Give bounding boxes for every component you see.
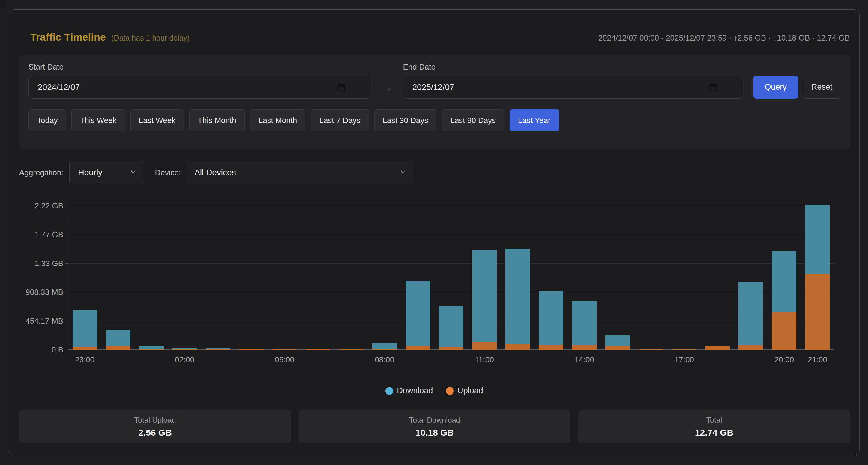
y-tick [65,235,68,235]
summary-card-label: Total [706,416,722,425]
bar-upload-16:00[interactable] [639,349,663,350]
date-range-arrow-box: → [371,76,403,99]
bar-upload-03:00[interactable] [206,349,230,350]
bar-download-13:00[interactable] [539,291,563,346]
bar-upload-09:00[interactable] [405,346,430,350]
quick-range-last-year[interactable]: Last Year [509,109,559,131]
quick-range-this-week[interactable]: This Week [71,109,125,131]
bar-upload-00:00[interactable] [106,346,130,350]
y-tick [65,264,68,264]
bar-upload-06:00[interactable] [306,349,330,350]
bar-upload-14:00[interactable] [572,345,596,350]
bar-upload-08:00[interactable] [372,349,397,350]
window-seam [0,0,7,9]
summary-card-value: 10.18 GB [415,428,454,438]
data-delay-note: (Data has 1 hour delay) [111,34,190,42]
quick-range-today[interactable]: Today [29,109,66,131]
summary-card-label: Total Upload [134,416,176,425]
chart-plot-area[interactable] [68,206,834,350]
bar-upload-20:00[interactable] [772,312,796,350]
x-axis-label-08:00: 08:00 [375,355,394,365]
bar-download-14:00[interactable] [572,301,596,345]
summary-card-total: Total12.74 GB [578,410,850,443]
y-tick [65,206,68,206]
bar-upload-13:00[interactable] [539,345,563,350]
bar-upload-17:00[interactable] [672,349,696,350]
gridline [68,264,834,264]
bar-upload-05:00[interactable] [272,349,297,350]
reset-button[interactable]: Reset [804,75,840,99]
legend-label: Upload [457,386,483,395]
device-select[interactable]: All Devices [186,161,413,184]
aggregation-select[interactable]: Hourly [69,161,143,184]
bar-upload-07:00[interactable] [339,349,364,350]
gridline [68,206,834,206]
legend-item-download[interactable]: Download [385,386,433,395]
filter-panel: Start Date 2024/12/07 [19,55,850,149]
bar-download-20:00[interactable] [772,251,796,312]
chevron-down-icon [130,168,136,175]
start-date-input[interactable]: 2024/12/07 [29,76,371,99]
bar-upload-02:00[interactable] [173,349,197,350]
bar-download-10:00[interactable] [439,306,463,347]
page-title: Traffic Timeline [30,31,106,43]
bar-download-06:00[interactable] [306,349,330,349]
traffic-timeline-page: Traffic Timeline (Data has 1 hour delay)… [0,0,868,465]
quick-range-last-month[interactable]: Last Month [250,109,306,131]
y-axis-label: 1.77 GB [15,230,63,239]
bar-download-07:00[interactable] [339,349,364,349]
y-tick [65,321,68,321]
card-header: Traffic Timeline (Data has 1 hour delay)… [30,31,850,43]
bar-download-11:00[interactable] [472,250,497,342]
gridline [68,235,834,235]
start-date-label: Start Date [29,62,371,72]
bar-upload-15:00[interactable] [605,346,630,350]
bar-download-00:00[interactable] [106,330,130,346]
query-button[interactable]: Query [753,75,798,99]
bar-download-09:00[interactable] [405,281,430,346]
bar-download-21:00[interactable] [805,206,830,274]
quick-range-this-month[interactable]: This Month [189,109,245,131]
bar-download-04:00[interactable] [239,349,264,349]
bar-upload-12:00[interactable] [505,344,530,350]
y-tick [65,292,68,292]
range-summary: 2024/12/07 00:00 - 2025/12/07 23:59 · ↑2… [598,33,850,42]
y-axis-label: 908.33 MB [15,288,63,297]
calendar-icon[interactable] [337,83,345,92]
device-label: Device: [155,168,181,177]
upload-legend-dot-icon [446,387,454,395]
bar-upload-10:00[interactable] [439,347,463,350]
aggregation-label: Aggregation: [19,168,63,177]
x-axis-label-21:00: 21:00 [808,355,827,365]
bar-download-01:00[interactable] [139,346,164,349]
bar-download-19:00[interactable] [738,282,763,345]
bar-upload-01:00[interactable] [139,349,164,350]
bar-download-08:00[interactable] [372,343,397,349]
download-legend-dot-icon [385,387,393,395]
x-axis-label-23:00: 23:00 [75,355,94,365]
chart-legend: DownloadUpload [9,386,859,395]
bar-upload-11:00[interactable] [472,342,497,350]
bar-upload-23:00[interactable] [72,347,97,350]
bar-download-23:00[interactable] [72,310,97,347]
summary-card-total-upload: Total Upload2.56 GB [19,410,291,443]
quick-range-last-week[interactable]: Last Week [130,109,184,131]
legend-item-upload[interactable]: Upload [446,386,483,395]
quick-range-last-7-days[interactable]: Last 7 Days [311,109,369,131]
quick-range-last-90-days[interactable]: Last 90 Days [442,109,504,131]
calendar-icon[interactable] [709,83,717,92]
quick-range-row: TodayThis WeekLast WeekThis MonthLast Mo… [29,109,840,131]
end-date-input[interactable]: 2025/12/07 [403,76,744,99]
bar-download-12:00[interactable] [505,249,530,344]
bar-upload-19:00[interactable] [738,345,763,350]
y-axis-label: 454.17 MB [15,316,63,326]
bar-download-03:00[interactable] [206,348,230,349]
bar-upload-18:00[interactable] [705,346,730,350]
quick-range-last-30-days[interactable]: Last 30 Days [374,109,437,131]
bar-download-15:00[interactable] [605,335,630,346]
bar-upload-04:00[interactable] [239,349,264,350]
x-axis-label-20:00: 20:00 [774,355,794,365]
bar-upload-21:00[interactable] [805,274,830,350]
end-date-label: End Date [403,62,744,72]
bar-download-02:00[interactable] [173,348,197,349]
